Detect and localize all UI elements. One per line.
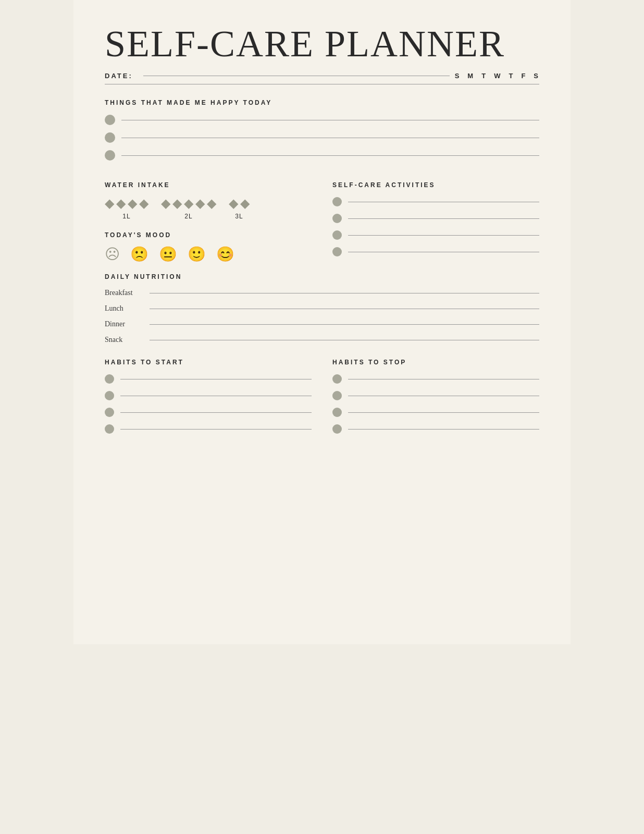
- drop-5: ◆: [161, 197, 170, 210]
- habits-stop-line-2: [332, 391, 539, 400]
- water-drops-1L: ◆ ◆ ◆ ◆: [105, 197, 148, 210]
- sc-dot-2: [332, 214, 342, 223]
- hs-underline-4: [120, 429, 312, 430]
- self-care-line-2: [332, 214, 539, 223]
- lunch-line: [150, 309, 539, 309]
- hstop-dot-4: [332, 424, 342, 434]
- mood-face-3[interactable]: 😐: [159, 247, 177, 262]
- day-s1: S: [455, 72, 461, 80]
- habits-stop-col: HABITS TO STOP: [332, 359, 539, 438]
- water-drops-row: ◆ ◆ ◆ ◆ 1L ◆ ◆ ◆ ◆ ◆: [105, 197, 312, 220]
- nutrition-row-breakfast: Breakfast: [105, 289, 539, 297]
- nutrition-row-snack: Snack: [105, 336, 539, 344]
- water-label-2L: 2L: [184, 213, 192, 220]
- habits-start-line-2: [105, 391, 312, 400]
- happy-underline-2: [121, 138, 539, 138]
- habits-stop-line-3: [332, 408, 539, 417]
- lunch-label: Lunch: [105, 304, 141, 313]
- dinner-label: Dinner: [105, 320, 141, 328]
- mood-section: TODAY'S MOOD ☹ 🙁 😐 🙂 😊: [105, 231, 312, 262]
- drop-8: ◆: [195, 197, 205, 210]
- self-care-line-1: [332, 197, 539, 206]
- nutrition-section-title: DAILY NUTRITION: [105, 273, 539, 280]
- drop-7: ◆: [184, 197, 193, 210]
- snack-line: [150, 340, 539, 340]
- happy-underline-1: [121, 120, 539, 120]
- drop-4: ◆: [139, 197, 148, 210]
- drop-11: ◆: [240, 197, 250, 210]
- habits-start-title: HABITS TO START: [105, 359, 312, 366]
- sc-dot-3: [332, 230, 342, 240]
- habits-stop-lines: [332, 374, 539, 434]
- water-label-1L: 1L: [122, 213, 130, 220]
- day-f: F: [521, 72, 526, 80]
- hstop-dot-1: [332, 374, 342, 384]
- water-section: WATER INTAKE ◆ ◆ ◆ ◆ 1L ◆: [105, 170, 312, 262]
- habits-start-line-3: [105, 408, 312, 417]
- happy-section-title: THINGS THAT MADE ME HAPPY TODAY: [105, 99, 539, 106]
- hs-underline-3: [120, 412, 312, 413]
- hstop-dot-3: [332, 408, 342, 417]
- habits-section: HABITS TO START: [105, 359, 539, 438]
- water-label-3L: 3L: [235, 213, 243, 220]
- date-line: [143, 76, 450, 76]
- day-t2: T: [509, 72, 514, 80]
- water-group-3: ◆ ◆ 3L: [229, 197, 250, 220]
- habits-start-line-4: [105, 424, 312, 434]
- drop-1: ◆: [105, 197, 114, 210]
- mood-face-2[interactable]: 🙁: [130, 247, 148, 262]
- day-t1: T: [481, 72, 487, 80]
- date-label: DATE:: [105, 72, 133, 80]
- nutrition-section: DAILY NUTRITION Breakfast Lunch Dinner S…: [105, 273, 539, 344]
- happy-line-3: [105, 150, 539, 161]
- water-drops-2L: ◆ ◆ ◆ ◆ ◆: [161, 197, 216, 210]
- drop-9: ◆: [207, 197, 216, 210]
- self-care-lines: [332, 197, 539, 256]
- water-group-1: ◆ ◆ ◆ ◆ 1L: [105, 197, 148, 220]
- mood-section-title: TODAY'S MOOD: [105, 231, 312, 239]
- habits-stop-title: HABITS TO STOP: [332, 359, 539, 366]
- hstop-dot-2: [332, 391, 342, 400]
- bullet-dot-2: [105, 132, 115, 143]
- sc-underline-4: [348, 252, 539, 252]
- hs-underline-1: [120, 379, 312, 379]
- habits-stop-line-1: [332, 374, 539, 384]
- water-group-2: ◆ ◆ ◆ ◆ ◆ 2L: [161, 197, 216, 220]
- habits-start-lines: [105, 374, 312, 434]
- happy-underline-3: [121, 155, 539, 156]
- hs-dot-1: [105, 374, 114, 384]
- water-drops-3L: ◆ ◆: [229, 197, 250, 210]
- mood-face-1[interactable]: ☹: [105, 247, 120, 262]
- bullet-dot-3: [105, 150, 115, 161]
- habits-cols: HABITS TO START: [105, 359, 539, 438]
- day-m: M: [467, 72, 474, 80]
- hstop-underline-3: [348, 412, 539, 413]
- dinner-line: [150, 324, 539, 325]
- page: SELF-CARE PLANNER DATE: S M T W T F S TH…: [73, 0, 571, 644]
- sc-dot-1: [332, 197, 342, 206]
- habits-start-line-1: [105, 374, 312, 384]
- bullet-dot-1: [105, 115, 115, 125]
- self-care-line-4: [332, 247, 539, 256]
- happy-line-1: [105, 115, 539, 125]
- hs-dot-3: [105, 408, 114, 417]
- hstop-underline-4: [348, 429, 539, 430]
- hs-dot-4: [105, 424, 114, 434]
- sc-underline-1: [348, 202, 539, 202]
- drop-6: ◆: [172, 197, 182, 210]
- water-section-title: WATER INTAKE: [105, 181, 312, 189]
- day-s2: S: [534, 72, 539, 80]
- hstop-underline-1: [348, 379, 539, 379]
- sc-underline-3: [348, 235, 539, 236]
- sc-dot-4: [332, 247, 342, 256]
- happy-line-2: [105, 132, 539, 143]
- happy-lines: [105, 115, 539, 161]
- page-title: SELF-CARE PLANNER: [105, 25, 539, 63]
- date-row: DATE: S M T W T F S: [105, 72, 539, 84]
- drop-10: ◆: [229, 197, 238, 210]
- self-care-section-title: SELF-CARE ACTIVITIES: [332, 181, 539, 189]
- nutrition-row-dinner: Dinner: [105, 320, 539, 328]
- mood-face-5[interactable]: 😊: [216, 247, 234, 262]
- mood-face-4[interactable]: 🙂: [188, 247, 206, 262]
- drop-2: ◆: [116, 197, 126, 210]
